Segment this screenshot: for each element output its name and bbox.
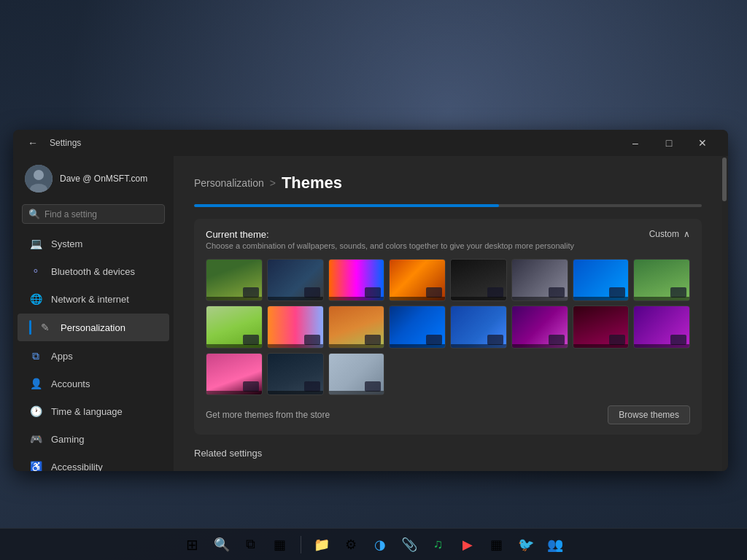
minimize-button[interactable]: – (619, 130, 652, 156)
widgets-button[interactable]: ▦ (268, 533, 292, 556)
personalization-icon: ✎ (39, 321, 52, 334)
avatar (25, 165, 53, 192)
start-button[interactable]: ⊞ (181, 533, 204, 556)
file-explorer-button[interactable]: 📁 (310, 533, 333, 556)
sidebar-item-label: Personalization (61, 322, 125, 333)
theme-item[interactable] (633, 306, 690, 348)
search-box[interactable]: 🔍 (22, 204, 165, 224)
related-settings-header: Related settings (194, 448, 702, 459)
window-title: Settings (50, 138, 81, 148)
media-button[interactable]: ▶ (456, 533, 479, 556)
theme-item[interactable] (328, 259, 385, 301)
apps-taskbar-button[interactable]: ▦ (485, 533, 508, 556)
system-icon: 💻 (29, 237, 42, 250)
progress-bar (194, 204, 702, 207)
theme-item[interactable] (267, 306, 324, 348)
theme-item[interactable] (267, 259, 324, 301)
taskbar-separator (301, 536, 301, 553)
sidebar-item-label: Accessibility (51, 462, 103, 472)
twitter-button[interactable]: 🐦 (514, 533, 538, 556)
sidebar-user[interactable]: Dave @ OnMSFT.com (13, 156, 174, 201)
theme-item[interactable] (450, 259, 507, 301)
sidebar-item-system[interactable]: 💻 System (18, 230, 169, 257)
close-button[interactable]: ✕ (686, 130, 719, 156)
sidebar-item-accessibility[interactable]: ♿ Accessibility (18, 454, 169, 471)
theme-item[interactable] (573, 259, 630, 301)
gaming-icon: 🎮 (29, 432, 42, 446)
window-controls: – □ ✕ (619, 130, 719, 156)
theme-item[interactable] (328, 353, 385, 395)
bluetooth-icon: ⚬ (29, 265, 42, 278)
theme-item[interactable] (389, 259, 446, 301)
theme-card-header: Current theme: Choose a combination of w… (206, 229, 690, 250)
current-theme-value: Custom (649, 229, 679, 239)
sidebar-item-label: Bluetooth & devices (51, 266, 135, 277)
theme-item[interactable] (450, 306, 507, 348)
theme-item[interactable] (206, 353, 263, 395)
progress-bar-fill (194, 204, 499, 207)
search-icon: 🔍 (28, 209, 40, 219)
sidebar-item-label: Apps (51, 351, 73, 362)
maximize-button[interactable]: □ (652, 130, 686, 156)
theme-card: Current theme: Choose a combination of w… (194, 219, 702, 435)
settings-taskbar-button[interactable]: ⚙ (339, 533, 363, 556)
taskbar: ⊞ 🔍 ⧉ ▦ 📁 ⚙ ◑ 📎 ♫ ▶ ▦ 🐦 👥 (0, 528, 747, 560)
theme-item[interactable] (511, 306, 568, 348)
window-body: Dave @ OnMSFT.com 🔍 💻 System ⚬ Bluetooth… (13, 156, 728, 471)
browse-themes-button[interactable]: Browse themes (608, 405, 690, 424)
theme-item[interactable] (511, 259, 568, 301)
sidebar-item-gaming[interactable]: 🎮 Gaming (18, 426, 169, 452)
theme-item[interactable] (633, 259, 690, 301)
apps-icon: ⧉ (29, 349, 42, 362)
teams-button[interactable]: 👥 (543, 533, 567, 556)
theme-item[interactable] (206, 259, 263, 301)
sidebar-item-apps[interactable]: ⧉ Personalization Apps (18, 343, 169, 369)
sidebar-item-label: Network & internet (51, 294, 129, 305)
settings-window: ← Settings – □ ✕ Dave @ OnMSFT.com (13, 130, 728, 471)
current-theme-badge[interactable]: Custom ∧ (649, 229, 690, 239)
theme-item[interactable] (573, 306, 630, 348)
back-button[interactable]: ← (22, 132, 44, 154)
main-content: Personalization > Themes Current theme: … (174, 156, 722, 471)
accessibility-icon: ♿ (29, 460, 42, 471)
current-theme-subtitle: Choose a combination of wallpapers, soun… (206, 241, 574, 250)
sidebar-item-label: Time & language (51, 406, 123, 417)
svg-point-1 (34, 170, 44, 180)
breadcrumb-separator: > (270, 177, 276, 189)
sidebar-item-label: Accounts (51, 378, 90, 389)
search-taskbar-button[interactable]: 🔍 (210, 533, 233, 556)
sidebar-item-label: Gaming (51, 434, 85, 445)
theme-item[interactable] (389, 306, 446, 348)
title-bar: ← Settings – □ ✕ (13, 130, 728, 156)
breadcrumb-parent[interactable]: Personalization (194, 177, 264, 189)
current-theme-title: Current theme: (206, 229, 574, 240)
theme-item[interactable] (328, 306, 385, 348)
accounts-icon: 👤 (29, 377, 42, 390)
active-indicator (29, 320, 31, 335)
breadcrumb: Personalization > Themes (194, 174, 702, 192)
scrollbar[interactable] (722, 156, 728, 471)
sidebar-item-time[interactable]: 🕐 Time & language (18, 398, 169, 424)
scrollbar-thumb[interactable] (722, 158, 727, 201)
store-text: Get more themes from the store (206, 410, 330, 420)
spotify-button[interactable]: ♫ (427, 533, 450, 556)
theme-store-row: Get more themes from the store Browse th… (206, 405, 690, 424)
office-button[interactable]: 📎 (398, 533, 421, 556)
sidebar-item-label: System (51, 238, 82, 249)
edge-button[interactable]: ◑ (368, 533, 392, 556)
theme-item[interactable] (267, 353, 324, 395)
sidebar-username: Dave @ OnMSFT.com (60, 174, 147, 184)
chevron-up-icon: ∧ (684, 229, 690, 239)
breadcrumb-current: Themes (282, 174, 342, 192)
sidebar: Dave @ OnMSFT.com 🔍 💻 System ⚬ Bluetooth… (13, 156, 174, 471)
themes-grid (206, 259, 690, 395)
time-icon: 🕐 (29, 405, 42, 418)
sidebar-item-network[interactable]: 🌐 Network & internet (18, 286, 169, 312)
network-icon: 🌐 (29, 292, 42, 306)
sidebar-item-accounts[interactable]: 👤 Accounts (18, 370, 169, 397)
search-input[interactable] (44, 209, 158, 219)
task-view-button[interactable]: ⧉ (239, 533, 263, 556)
theme-item[interactable] (206, 306, 263, 348)
sidebar-item-bluetooth[interactable]: ⚬ Bluetooth & devices (18, 258, 169, 284)
sidebar-item-personalization[interactable]: ✎ Personalization (18, 314, 169, 341)
